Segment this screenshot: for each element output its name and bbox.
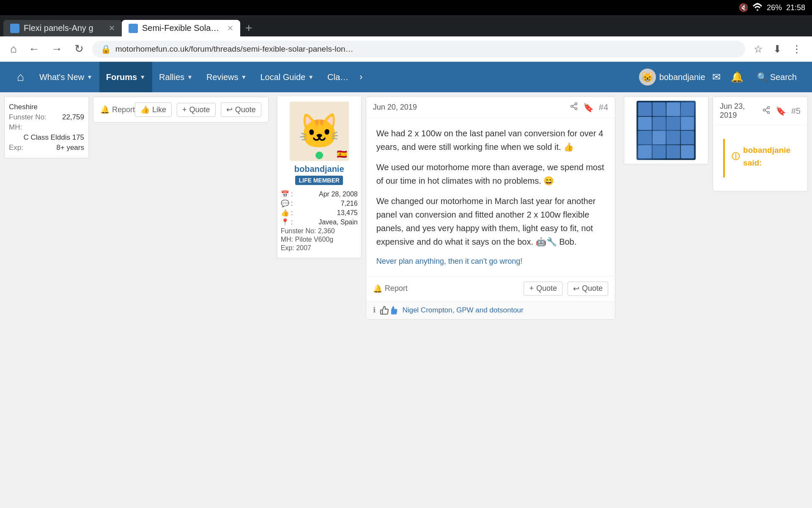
post4-para1: We had 2 x 100w on the last panel van co… <box>376 127 605 154</box>
nav-bell-button[interactable]: 🔔 <box>727 71 747 83</box>
tab-2[interactable]: Semi-Fexible Sola… ✕ <box>122 20 240 36</box>
username-post4[interactable]: bobandjanie <box>281 164 358 174</box>
mh-row: MH: <box>9 123 84 132</box>
location-value: Javea, Spain <box>318 218 358 226</box>
nav-mail-button[interactable]: ✉ <box>709 71 724 83</box>
nav-user[interactable]: 😸 bobandjanie <box>639 69 705 86</box>
mh-value: Pilote V600g <box>295 236 333 243</box>
likes-names[interactable]: Nigel Crompton, GPW and dotsontour <box>402 306 523 315</box>
tab-1-title: Flexi panels-Any g <box>24 23 104 33</box>
nav-cla-label: Cla… <box>327 72 348 82</box>
post5-sidebar <box>620 92 713 508</box>
mh-value: C Class Elddis 175 <box>9 133 84 142</box>
post4-footer-right: + Quote ↩ Quote <box>524 282 608 296</box>
post4-likes-row: ℹ Nigel Crompton, GPW and dotsontour <box>366 301 615 319</box>
sidebar-partial-top: Cheshire Funster No: 22,759 MH: C Class … <box>0 92 93 508</box>
nav-item-whats-new[interactable]: What's New ▼ <box>33 62 99 92</box>
forward-button[interactable]: → <box>48 41 66 57</box>
nav-whats-new-arrow: ▼ <box>87 74 93 80</box>
like-icon: 👍 <box>140 105 150 114</box>
post4-sidebar: 🐱 🇪🇸 bobandjanie LIFE MEMBER 📅 : Apr 28,… <box>273 92 366 508</box>
quote-plus-button-top[interactable]: + Quote <box>177 103 216 117</box>
location-row: Cheshire <box>9 103 84 111</box>
star-button[interactable]: ☆ <box>750 41 766 57</box>
svg-line-9 <box>765 110 768 112</box>
like-label: Like <box>152 105 166 114</box>
sidebar-info-top: Cheshire Funster No: 22,759 MH: C Class … <box>4 97 89 158</box>
joined-row: 📅 : Apr 28, 2008 <box>281 190 358 198</box>
search-icon: 🔍 <box>757 72 768 82</box>
nav-right: 😸 bobandjanie ✉ 🔔 🔍 Search <box>639 69 804 86</box>
bookmark-icon-post5[interactable]: 🔖 <box>776 106 786 116</box>
post4-footer-left: 🔔 Report <box>373 284 408 293</box>
mh-row: MH: Pilote V600g <box>281 236 358 243</box>
exp-label: Exp: <box>9 144 23 152</box>
solar-panel-visual <box>636 101 696 160</box>
quote-reply-button-top[interactable]: ↩ Quote <box>221 102 261 117</box>
joined-label: : <box>291 190 317 198</box>
reload-button[interactable]: ↻ <box>71 41 87 57</box>
nav-item-rallies[interactable]: Rallies ▼ <box>152 62 200 92</box>
report-button-top[interactable]: 🔔 Report <box>100 105 135 114</box>
post4-box: Jun 20, 2019 🔖 #4 We had 2 x 100w on the… <box>366 97 615 320</box>
post5-quote-author: ⓘ bobandjanie said: <box>732 144 790 170</box>
mh-label: MH: <box>281 236 293 243</box>
tab-2-close[interactable]: ✕ <box>227 24 233 33</box>
post-top-footer-left: 🔔 Report <box>100 105 135 114</box>
tab-1-favicon <box>10 24 19 33</box>
post-top-partial-body: 🔔 Report 👍 Like + Quote <box>93 92 273 508</box>
report-button-post4[interactable]: 🔔 Report <box>373 284 408 293</box>
funster-row: Funster No: 22,759 <box>9 113 84 121</box>
search-label: Search <box>770 72 797 82</box>
address-bar[interactable]: 🔒 motorhomefun.co.uk/forum/threads/semi-… <box>92 41 745 58</box>
nav-home-button[interactable]: ⌂ <box>8 70 33 84</box>
svg-point-0 <box>757 9 758 11</box>
url-text: motorhomefun.co.uk/forum/threads/semi-fe… <box>115 44 737 54</box>
location-value: Cheshire <box>9 103 38 111</box>
post5-avatar <box>636 101 696 160</box>
post5-quote-block: ⓘ bobandjanie said: <box>723 139 797 177</box>
funster-value: 2,360 <box>318 227 335 235</box>
tab-bar: Flexi panels-Any g ✕ Semi-Fexible Sola… … <box>0 15 812 36</box>
nav-rallies-arrow: ▼ <box>187 74 193 80</box>
post5-container: Jun 23, 2019 🔖 #5 ⓘ bobandjanie said: <box>620 92 812 508</box>
new-tab-button[interactable]: + <box>240 19 257 36</box>
svg-point-2 <box>571 105 573 108</box>
post-top-partial-box: 🔔 Report 👍 Like + Quote <box>93 97 269 122</box>
nav-item-reviews[interactable]: Reviews ▼ <box>200 62 253 92</box>
menu-button[interactable]: ⋮ <box>788 41 805 57</box>
quote-reply-icon-post4: ↩ <box>573 284 579 293</box>
back-button[interactable]: ← <box>25 41 43 57</box>
post4-footer: 🔔 Report + Quote ↩ Quote <box>366 276 615 301</box>
plus-icon: + <box>182 105 187 114</box>
home-button[interactable]: ⌂ <box>7 41 20 57</box>
quote-plus-button-post4[interactable]: + Quote <box>524 282 562 295</box>
download-button[interactable]: ⬇ <box>770 41 785 57</box>
nav-item-forums[interactable]: Forums ▼ <box>99 62 152 92</box>
post-top-footer: 🔔 Report 👍 Like + Quote <box>93 97 268 122</box>
funster-label: Funster No: <box>281 227 316 235</box>
nav-more-button[interactable]: › <box>355 72 367 83</box>
quote-author-name[interactable]: bobandjanie said: <box>743 144 790 170</box>
nav-item-local-guide[interactable]: Local Guide ▼ <box>253 62 321 92</box>
nav-reviews-label: Reviews <box>206 72 239 82</box>
funster-value: 22,759 <box>62 113 84 121</box>
tab-1-close[interactable]: ✕ <box>109 24 115 33</box>
bookmark-icon-post4[interactable]: 🔖 <box>583 102 594 113</box>
post4-signature[interactable]: Never plan anything, then it can't go wr… <box>376 255 605 268</box>
tab-1[interactable]: Flexi panels-Any g ✕ <box>3 20 122 36</box>
share-icon-post5[interactable] <box>762 106 771 116</box>
tab-2-favicon <box>129 24 138 33</box>
quote-reply-button-post4[interactable]: ↩ Quote <box>568 282 608 296</box>
toolbar-icons: ☆ ⬇ ⋮ <box>750 41 805 57</box>
post4-body: We had 2 x 100w on the last panel van co… <box>366 118 615 276</box>
quote-reply-icon: ↩ <box>226 105 233 114</box>
lock-icon: 🔒 <box>101 44 111 54</box>
svg-point-7 <box>763 109 765 111</box>
quote-plus-label-post4: Quote <box>536 284 557 293</box>
like-button-top[interactable]: 👍 Like <box>135 102 172 117</box>
share-icon-post4[interactable] <box>570 102 578 113</box>
nav-search-button[interactable]: 🔍 Search <box>750 72 804 82</box>
nav-item-cla[interactable]: Cla… <box>321 62 355 92</box>
post5-box: Jun 23, 2019 🔖 #5 ⓘ bobandjanie said: <box>713 97 808 191</box>
